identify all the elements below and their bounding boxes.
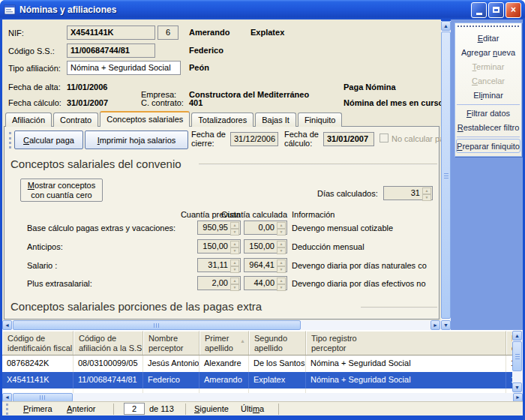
form-hscrollbar[interactable]: ◄ ► [2,320,441,330]
cell[interactable]: Alexandre [200,356,249,372]
navigator-gripper[interactable] [6,404,8,415]
prevista-spinner[interactable]: 2,00▲▼ [197,276,241,290]
tab-bajas-it[interactable]: Bajas It [255,112,296,127]
column-header-sorted[interactable]: Primerapellido▲ [200,331,249,355]
tab-totalizadores[interactable]: Totalizadores [191,112,254,127]
fecha-cierre-label: Fecha de cierre: [191,130,229,148]
spinner-arrows[interactable]: ▲▼ [277,278,286,289]
editar-button[interactable]: Editar [455,32,521,46]
column-header[interactable]: Código deafiliación a la S.S. [74,331,143,355]
tab-contrato[interactable]: Contrato [53,112,98,127]
spinner-arrows[interactable]: ▲▼ [230,278,239,289]
cell[interactable]: 1 [506,372,512,388]
calculada-spinner[interactable]: 150,00▲▼ [244,239,287,254]
scroll-right-button[interactable]: ► [430,320,440,330]
preparar-finiquito-button[interactable]: Preparar finiquito [456,139,520,153]
dias-calculados-spinner[interactable]: 31 ▲▼ [383,186,433,200]
spinner-arrows[interactable]: ▲▼ [277,260,286,271]
col-calculada-header: Cuantía calculada [217,210,287,219]
primera-button[interactable]: Primera [23,404,52,413]
cell[interactable]: Explatex [249,372,306,388]
spinner-arrows[interactable]: ▲▼ [277,241,286,252]
spinner-arrows[interactable]: ▲▼ [230,260,239,271]
nif-aux-field[interactable]: 6 [158,26,178,40]
fecha-calculo-campo-field[interactable]: 31/01/2007 [323,132,374,146]
fecha-calculo-campo-label: Fecha de cálculo: [284,130,322,148]
record-navigator: Primera Anterior 2 de 113 Siguiente Últi… [2,401,523,416]
filtrar-datos-button[interactable]: Filtrar datos [455,106,521,121]
minimize-button[interactable] [471,2,487,18]
tab-afiliacion[interactable]: Afiliación [5,112,52,127]
column-header[interactable]: Código deidentificaión fiscal [2,331,74,355]
hscroll-thumb[interactable] [13,320,301,330]
cell[interactable]: Nómina + Seguridad Social [306,356,506,372]
grid-scroll-up-button[interactable]: ▲ [512,331,522,340]
tab-finiquito[interactable]: Finiquito [298,112,343,127]
cell[interactable]: X4541141K [2,372,74,388]
cell[interactable]: Nómina + Seguridad Social [306,372,506,388]
eliminar-button[interactable]: Eliminar [455,88,521,103]
prevista-spinner[interactable]: 150,00▲▼ [197,239,241,254]
table-row-selected[interactable]: X4541141K 11/00684744/81 Federico Ameran… [2,372,512,388]
imprimir-hoja-button[interactable]: Imprimir hoja salarios [85,130,188,149]
contrato-value: 401 [189,98,202,107]
siguiente-button[interactable]: Siguiente [194,404,229,413]
dias-calculados-value: 31 [411,188,420,197]
prevista-spinner[interactable]: 950,95▲▼ [197,220,241,235]
scroll-left-button[interactable]: ◄ [2,320,12,330]
toolbar-gripper[interactable] [9,132,11,148]
cell[interactable]: Federico [143,372,200,388]
grid-vscroll-thumb[interactable] [512,341,522,371]
tipo-afiliacion-field[interactable]: Nómina + Seguridad Social [67,61,181,75]
calculada-spinner[interactable]: 964,41▲▼ [244,258,287,272]
anterior-button[interactable]: Anterior [67,404,96,413]
agregar-nueva-button[interactable]: Agregar nueva [455,46,521,60]
row-label: Anticipos: [27,242,63,251]
cell[interactable]: 1 [506,356,512,372]
scroll-down-button[interactable]: ▼ [441,320,451,330]
calculada-value: 150,00 [249,242,274,250]
record-number-input[interactable]: 2 [124,403,145,415]
titlebar[interactable]: Nóminas y afiliaciones × [0,0,525,20]
cell[interactable]: 08768242K [2,356,74,372]
column-header[interactable]: Segundoapellido [249,331,306,355]
cell[interactable]: 08/03100099/05 [74,356,143,372]
prevista-value: 950,95 [202,223,228,232]
spinner-arrows[interactable]: ▲▼ [230,241,239,252]
prevista-spinner[interactable]: 31,11▲▼ [197,258,241,272]
nif-field[interactable]: X4541141K [67,26,155,40]
calculada-value: 964,41 [249,260,274,269]
restablecer-filtro-button[interactable]: Restablecer filtro [455,121,521,135]
panel-gripper[interactable] [458,26,519,28]
grid-scroll-down-button[interactable]: ▼ [512,382,522,392]
codigo-ss-field[interactable]: 11/00684744/81 [67,44,155,58]
mostrar-conceptos-button[interactable]: Mostrar conceptos con cuantía cero [20,178,103,202]
table-row[interactable]: 08768242K 08/03100099/05 Jesús Antonio A… [2,356,512,372]
column-header[interactable]: Nombreperceptor [143,331,200,355]
cell[interactable]: Jesús Antonio [143,356,200,372]
tab-conceptos-salariales[interactable]: Conceptos salariales [100,111,190,127]
fecha-cierre-field[interactable]: 31/12/2006 [230,132,278,146]
spinner-arrows[interactable]: ▲▼ [230,222,239,233]
scroll-up-button[interactable]: ▲ [441,21,451,31]
navigator-separator [185,404,186,415]
maximize-button[interactable] [488,2,504,18]
form-vscrollbar[interactable]: ▲ ▼ [441,21,451,330]
no-calcular-checkbox[interactable] [380,134,388,142]
calculada-spinner[interactable]: 0,00▲▼ [244,220,287,235]
task-panel: Editar Agregar nueva Terminar Cancelar E… [454,22,522,157]
spinner-arrows[interactable]: ▲▼ [277,222,286,233]
nomina-estado-text: Nómina del mes en curso [344,98,441,107]
column-header[interactable]: Fc [506,331,512,355]
vscroll-thumb[interactable] [441,32,451,319]
grid-vscrollbar[interactable]: ▲ ▼ [512,331,523,393]
calcular-paga-button[interactable]: Calcular paga [14,130,83,149]
cell[interactable]: 11/00684744/81 [74,372,143,388]
close-button[interactable]: × [506,2,521,18]
calculada-spinner[interactable]: 44,00▲▼ [244,276,287,290]
cell[interactable]: Amerando [200,372,249,388]
cell[interactable]: De los Santos [249,356,306,372]
column-header[interactable]: Tipo registroperceptor [306,331,506,355]
dias-spinner-arrows[interactable]: ▲▼ [422,188,431,199]
ultima-button[interactable]: Última [241,404,264,413]
